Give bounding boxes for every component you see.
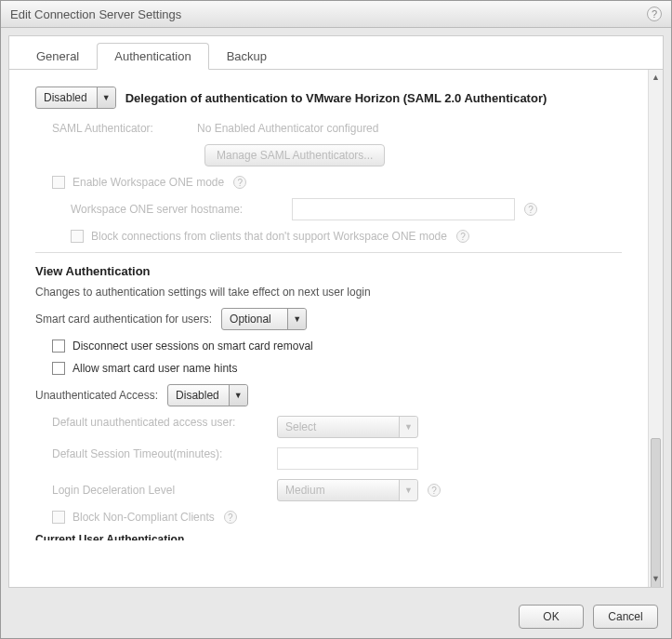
help-icon[interactable]: ? <box>647 7 662 21</box>
saml-authenticator-value: No Enabled Authenticator configured <box>197 122 378 135</box>
tab-general[interactable]: General <box>19 43 97 70</box>
delegation-dropdown-value: Disabled <box>36 91 97 104</box>
separator <box>35 252 622 253</box>
ws1-hostname-label: Workspace ONE server hostname: <box>71 203 283 216</box>
dialog-footer: OK Cancel <box>1 595 671 638</box>
default-unauth-user-dropdown[interactable]: Select ▼ <box>277 416 418 438</box>
checkbox-box <box>52 339 65 353</box>
checkbox-box <box>52 511 65 524</box>
disconnect-on-removal-label: Disconnect user sessions on smart card r… <box>72 339 313 353</box>
smartcard-label: Smart card authentication for users: <box>35 313 212 326</box>
view-authentication-header: View Authentication <box>35 264 622 278</box>
checkbox-box <box>71 230 84 243</box>
checkbox-box <box>52 362 65 375</box>
dialog-title: Edit Connection Server Settings <box>10 7 181 21</box>
title-bar: Edit Connection Server Settings ? <box>1 1 671 28</box>
chevron-down-icon: ▼ <box>399 417 417 437</box>
smartcard-dropdown-value: Optional <box>222 313 287 326</box>
block-clients-label: Block connections from clients that don'… <box>91 230 447 243</box>
disconnect-on-removal-checkbox[interactable]: Disconnect user sessions on smart card r… <box>52 339 313 353</box>
chevron-down-icon: ▼ <box>399 480 417 500</box>
dialog-body: General Authentication Backup Disabled ▼… <box>8 35 664 588</box>
view-auth-note: Changes to authentication settings will … <box>35 286 371 299</box>
help-icon[interactable]: ? <box>456 230 469 243</box>
scroll-up-icon[interactable]: ▲ <box>650 71 663 84</box>
login-deceleration-label: Login Deceleration Level <box>52 484 268 497</box>
default-unauth-user-value: Select <box>278 420 399 433</box>
chevron-down-icon: ▼ <box>97 87 115 108</box>
tab-bar: General Authentication Backup <box>9 36 663 70</box>
scroll-down-icon[interactable]: ▼ <box>650 572 663 585</box>
block-clients-checkbox[interactable]: Block connections from clients that don'… <box>71 230 447 243</box>
login-deceleration-dropdown[interactable]: Medium ▼ <box>277 479 418 501</box>
unauth-access-label: Unauthenticated Access: <box>35 389 158 402</box>
delegation-label: Delegation of authentication to VMware H… <box>125 91 547 105</box>
session-timeout-input[interactable] <box>277 447 418 470</box>
scroll-thumb[interactable] <box>651 438 661 587</box>
ws1-hostname-input[interactable] <box>292 198 515 220</box>
enable-workspace-one-label: Enable Workspace ONE mode <box>72 176 224 189</box>
session-timeout-label: Default Session Timeout(minutes): <box>52 447 268 460</box>
help-icon[interactable]: ? <box>233 176 246 189</box>
tab-backup[interactable]: Backup <box>209 43 284 70</box>
ok-button[interactable]: OK <box>519 605 584 629</box>
cutoff-section-header: Current User Authentication <box>35 533 622 540</box>
help-icon[interactable]: ? <box>524 203 537 216</box>
help-icon[interactable]: ? <box>224 511 237 524</box>
enable-workspace-one-checkbox[interactable]: Enable Workspace ONE mode <box>52 176 224 189</box>
allow-hints-checkbox[interactable]: Allow smart card user name hints <box>52 362 237 375</box>
login-deceleration-value: Medium <box>278 484 399 497</box>
tab-authentication[interactable]: Authentication <box>97 43 208 70</box>
manage-saml-button[interactable]: Manage SAML Authenticators... <box>204 144 385 166</box>
block-noncompliant-label: Block Non-Compliant Clients <box>72 511 215 524</box>
help-icon[interactable]: ? <box>428 484 441 497</box>
saml-authenticator-label: SAML Authenticator: <box>52 122 188 135</box>
chevron-down-icon: ▼ <box>229 385 247 406</box>
content-area: Disabled ▼ Delegation of authentication … <box>9 70 663 587</box>
cancel-button[interactable]: Cancel <box>593 605 658 629</box>
allow-hints-label: Allow smart card user name hints <box>72 362 237 375</box>
unauth-access-dropdown[interactable]: Disabled ▼ <box>167 384 248 406</box>
block-noncompliant-checkbox[interactable]: Block Non-Compliant Clients <box>52 511 215 524</box>
scroll-content: Disabled ▼ Delegation of authentication … <box>9 70 648 587</box>
checkbox-box <box>52 176 65 189</box>
scrollbar[interactable]: ▲ ▼ <box>648 70 663 587</box>
chevron-down-icon: ▼ <box>287 309 306 329</box>
unauth-dropdown-value: Disabled <box>168 389 229 402</box>
smartcard-dropdown[interactable]: Optional ▼ <box>221 308 307 330</box>
dialog-window: Edit Connection Server Settings ? Genera… <box>0 0 672 639</box>
default-unauth-user-label: Default unauthenticated access user: <box>52 416 268 429</box>
delegation-dropdown[interactable]: Disabled ▼ <box>35 87 116 109</box>
